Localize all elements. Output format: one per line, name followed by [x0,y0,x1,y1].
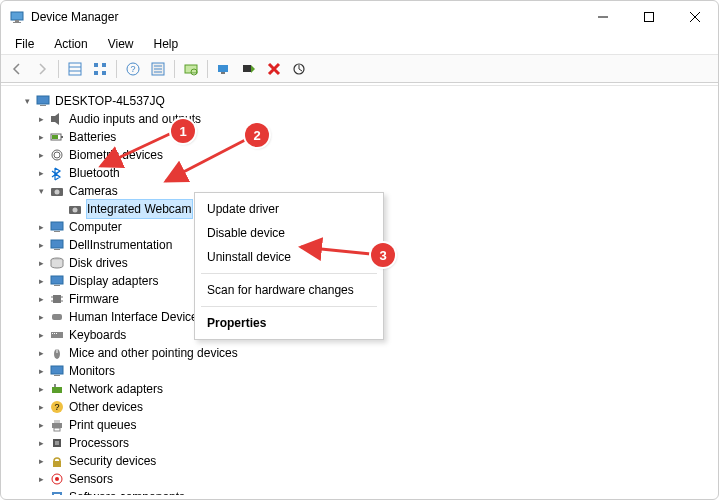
category-label: Disk drives [69,254,128,272]
expander-icon[interactable]: ▸ [35,401,47,413]
keyboard-icon [49,327,65,343]
properties-button[interactable] [146,58,170,80]
expander-icon[interactable]: ▸ [35,437,47,449]
svg-rect-11 [94,71,98,75]
svg-rect-44 [54,285,60,286]
category-other-devices[interactable]: ▸?Other devices [7,398,718,416]
expander-icon[interactable]: ▸ [35,221,47,233]
svg-rect-31 [52,135,58,139]
battery-icon [49,129,65,145]
svg-point-69 [55,477,59,481]
expander-icon[interactable]: ▸ [35,491,47,495]
expander-icon[interactable]: ▾ [35,185,47,197]
svg-rect-10 [94,63,98,67]
hid-icon [49,309,65,325]
category-label: Bluetooth [69,164,120,182]
category-mice-and-other-pointing-devices[interactable]: ▸Mice and other pointing devices [7,344,718,362]
menu-action[interactable]: Action [44,35,97,53]
svg-rect-41 [54,249,60,250]
category-audio-inputs-and-outputs[interactable]: ▸Audio inputs and outputs [7,110,718,128]
chip-icon [49,291,65,307]
fingerprint-icon [49,147,65,163]
menu-help[interactable]: Help [144,35,189,53]
ctx-properties[interactable]: Properties [195,311,383,335]
close-button[interactable] [672,1,718,33]
disk-icon [49,255,65,271]
expander-icon[interactable]: ▸ [35,239,47,251]
category-biometric-devices[interactable]: ▸Biometric devices [7,146,718,164]
svg-rect-53 [54,333,55,334]
category-label: Cameras [69,182,118,200]
expander-icon[interactable]: ▾ [21,95,33,107]
expander-icon[interactable]: ▸ [35,473,47,485]
menu-file[interactable]: File [5,35,44,53]
category-security-devices[interactable]: ▸Security devices [7,452,718,470]
expander-icon[interactable]: ▸ [35,311,47,323]
speaker-icon [49,111,65,127]
expander-icon[interactable]: ▸ [35,257,47,269]
tree-root[interactable]: ▾DESKTOP-4L537JQ [7,92,718,110]
svg-rect-64 [54,420,60,423]
category-label: Batteries [69,128,116,146]
ctx-update-driver[interactable]: Update driver [195,197,383,221]
expander-icon[interactable]: ▸ [35,131,47,143]
svg-point-35 [55,190,60,195]
expander-icon[interactable]: ▸ [35,347,47,359]
scan-changes-icon[interactable] [287,58,311,80]
ctx-uninstall-device[interactable]: Uninstall device [195,245,383,269]
category-label: Sensors [69,470,113,488]
root-label: DESKTOP-4L537JQ [55,92,165,110]
expander-icon[interactable]: ▸ [35,293,47,305]
svg-rect-12 [102,63,106,67]
svg-rect-52 [52,333,53,334]
scan-hardware-icon[interactable] [179,58,203,80]
menu-separator [201,306,377,307]
expander-icon[interactable]: ▸ [35,419,47,431]
svg-text:?: ? [54,402,59,412]
category-sensors[interactable]: ▸Sensors [7,470,718,488]
svg-rect-4 [645,13,654,22]
category-label: Network adapters [69,380,163,398]
monitor-icon [49,237,65,253]
uninstall-device-icon[interactable] [262,58,286,80]
category-label: Monitors [69,362,115,380]
window-title: Device Manager [31,10,118,24]
disable-device-icon[interactable] [237,58,261,80]
category-label: Processors [69,434,129,452]
menu-view[interactable]: View [98,35,144,53]
category-batteries[interactable]: ▸Batteries [7,128,718,146]
category-processors[interactable]: ▸Processors [7,434,718,452]
computer-icon [35,93,51,109]
menu-bar: File Action View Help [1,33,718,55]
svg-rect-58 [54,375,60,376]
monitor-icon [49,363,65,379]
expander-icon[interactable]: ▸ [35,167,47,179]
expander-icon[interactable]: ▸ [35,149,47,161]
maximize-button[interactable] [626,1,672,33]
svg-rect-54 [56,333,57,334]
category-software-components[interactable]: ▸Software components [7,488,718,495]
help-button[interactable]: ? [121,58,145,80]
expander-icon[interactable]: ▸ [35,365,47,377]
expander-icon[interactable]: ▸ [35,383,47,395]
category-label: Display adapters [69,272,158,290]
app-icon [9,9,25,25]
expander-icon[interactable]: ▸ [35,329,47,341]
category-bluetooth[interactable]: ▸Bluetooth [7,164,718,182]
back-button[interactable] [5,58,29,80]
expander-icon[interactable]: ▸ [35,455,47,467]
category-print-queues[interactable]: ▸Print queues [7,416,718,434]
ctx-scan-for-hardware-changes[interactable]: Scan for hardware changes [195,278,383,302]
expander-icon[interactable]: ▸ [35,113,47,125]
svg-rect-7 [69,63,81,75]
list-view-button[interactable] [88,58,112,80]
category-label: Software components [69,488,185,495]
category-monitors[interactable]: ▸Monitors [7,362,718,380]
expander-icon[interactable]: ▸ [35,275,47,287]
minimize-button[interactable] [580,1,626,33]
ctx-disable-device[interactable]: Disable device [195,221,383,245]
detail-view-button[interactable] [63,58,87,80]
category-network-adapters[interactable]: ▸Network adapters [7,380,718,398]
forward-button[interactable] [30,58,54,80]
update-driver-icon[interactable] [212,58,236,80]
